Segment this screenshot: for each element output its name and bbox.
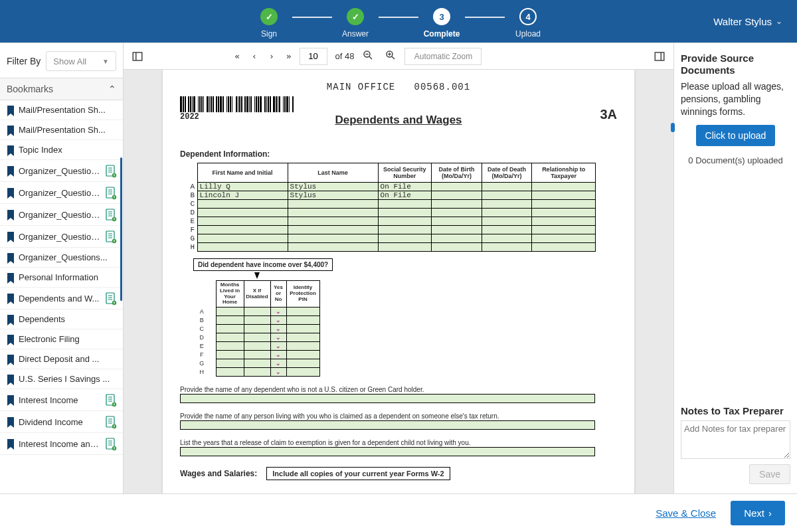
cell-disabled[interactable] — [244, 342, 270, 351]
upload-button[interactable]: Click to upload — [696, 125, 776, 146]
cell-pin[interactable] — [286, 316, 319, 325]
cell-last[interactable] — [288, 234, 378, 243]
step-upload[interactable]: 4 Upload — [505, 8, 551, 39]
cell-dob[interactable] — [432, 217, 482, 226]
cell-last[interactable] — [288, 209, 378, 217]
prev-page-button[interactable]: ‹ — [252, 51, 257, 61]
bookmark-item[interactable]: Organizer_Question... — [0, 226, 123, 248]
cell-pin[interactable] — [286, 342, 319, 351]
cell-yesno[interactable]: ⌄ — [270, 351, 286, 359]
first-page-button[interactable]: « — [234, 51, 240, 61]
cell-pin[interactable] — [286, 308, 319, 316]
bookmark-item[interactable]: Organizer_Questions... — [0, 248, 123, 268]
cell-ssn[interactable]: On File — [378, 191, 432, 200]
cell-yesno[interactable]: ⌄ — [270, 333, 286, 342]
bookmark-item[interactable]: Personal Information — [0, 268, 123, 288]
user-menu[interactable]: Walter Stylus ⌄ — [713, 0, 782, 43]
toggle-sidebar-button[interactable] — [130, 50, 145, 62]
cell-months[interactable] — [216, 342, 244, 351]
cell-first[interactable] — [197, 200, 288, 209]
cell-pin[interactable] — [286, 351, 319, 359]
cell-rel[interactable] — [532, 200, 596, 209]
cell-months[interactable] — [216, 316, 244, 325]
cell-months[interactable] — [216, 351, 244, 359]
next-button[interactable]: Next › — [731, 501, 785, 525]
cell-disabled[interactable] — [244, 368, 270, 377]
cell-last[interactable] — [288, 243, 378, 252]
question-1-input[interactable] — [180, 394, 595, 403]
question-2-input[interactable] — [180, 420, 595, 430]
bookmark-item[interactable]: Topic Index — [0, 140, 123, 160]
cell-pin[interactable] — [286, 325, 319, 333]
cell-yesno[interactable]: ⌄ — [270, 316, 286, 325]
cell-months[interactable] — [216, 333, 244, 342]
cell-first[interactable]: Lilly Q — [197, 183, 288, 191]
cell-dob[interactable] — [432, 234, 482, 243]
cell-last[interactable]: Stylus — [288, 191, 378, 200]
bookmarks-header[interactable]: Bookmarks ⌃ — [0, 78, 123, 100]
cell-dob[interactable] — [432, 209, 482, 217]
cell-rel[interactable] — [532, 183, 596, 191]
cell-last[interactable] — [288, 226, 378, 234]
notes-textarea[interactable] — [681, 420, 790, 459]
bookmark-item[interactable]: Organizer_Question... — [0, 160, 123, 182]
cell-rel[interactable] — [532, 243, 596, 252]
cell-disabled[interactable] — [244, 325, 270, 333]
cell-disabled[interactable] — [244, 333, 270, 342]
cell-rel[interactable] — [532, 217, 596, 226]
cell-last[interactable] — [288, 200, 378, 209]
cell-dob[interactable] — [432, 200, 482, 209]
cell-months[interactable] — [216, 359, 244, 368]
cell-dod[interactable] — [482, 183, 532, 191]
bookmark-item[interactable]: Dependents — [0, 310, 123, 329]
bookmark-item[interactable]: Dependents and W... — [0, 288, 123, 310]
cell-ssn[interactable] — [378, 209, 432, 217]
cell-pin[interactable] — [286, 359, 319, 368]
cell-first[interactable] — [197, 217, 288, 226]
step-answer[interactable]: ✓ Answer — [332, 8, 379, 39]
cell-pin[interactable] — [286, 333, 319, 342]
cell-first[interactable] — [197, 226, 288, 234]
cell-ssn[interactable]: On File — [378, 183, 432, 191]
save-close-link[interactable]: Save & Close — [656, 507, 716, 519]
cell-rel[interactable] — [532, 209, 596, 217]
cell-pin[interactable] — [286, 368, 319, 377]
bookmark-item[interactable]: Organizer_Question... — [0, 204, 123, 226]
cell-rel[interactable] — [532, 191, 596, 200]
bookmark-item[interactable]: Mail/Presentation Sh... — [0, 100, 123, 120]
question-3-input[interactable] — [180, 447, 595, 456]
cell-dod[interactable] — [482, 243, 532, 252]
next-page-button[interactable]: › — [269, 51, 274, 61]
cell-yesno[interactable]: ⌄ — [270, 359, 286, 368]
cell-dod[interactable] — [482, 191, 532, 200]
cell-ssn[interactable] — [378, 200, 432, 209]
cell-yesno[interactable]: ⌄ — [270, 308, 286, 316]
cell-first[interactable] — [197, 243, 288, 252]
zoom-out-button[interactable] — [362, 49, 374, 63]
cell-disabled[interactable] — [244, 351, 270, 359]
bookmark-item[interactable]: Dividend Income — [0, 411, 123, 433]
cell-dod[interactable] — [482, 200, 532, 209]
cell-disabled[interactable] — [244, 316, 270, 325]
toggle-right-panel-button[interactable] — [652, 50, 667, 62]
cell-months[interactable] — [216, 368, 244, 377]
cell-ssn[interactable] — [378, 243, 432, 252]
cell-dob[interactable] — [432, 183, 482, 191]
cell-disabled[interactable] — [244, 359, 270, 368]
zoom-in-button[interactable] — [385, 49, 397, 63]
cell-disabled[interactable] — [244, 308, 270, 316]
bookmark-item[interactable]: Interest Income and... — [0, 433, 123, 455]
bookmark-item[interactable]: Interest Income — [0, 389, 123, 411]
cell-dod[interactable] — [482, 217, 532, 226]
cell-yesno[interactable]: ⌄ — [270, 368, 286, 377]
cell-months[interactable] — [216, 325, 244, 333]
cell-last[interactable] — [288, 217, 378, 226]
cell-dod[interactable] — [482, 209, 532, 217]
step-sign[interactable]: ✓ Sign — [246, 8, 292, 39]
save-notes-button[interactable]: Save — [749, 464, 790, 484]
last-page-button[interactable]: » — [286, 51, 292, 61]
bookmark-item[interactable]: Mail/Presentation Sh... — [0, 120, 123, 140]
cell-months[interactable] — [216, 308, 244, 316]
cell-dob[interactable] — [432, 226, 482, 234]
cell-ssn[interactable] — [378, 217, 432, 226]
